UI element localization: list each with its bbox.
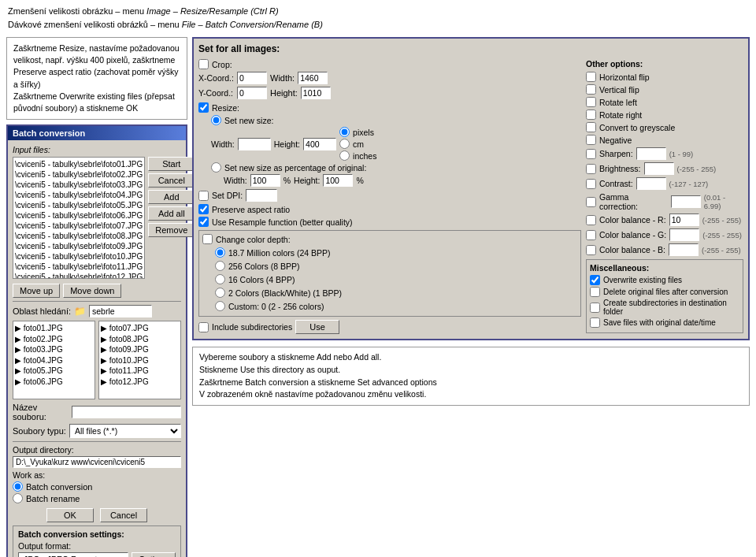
rotate-right-checkbox[interactable] [586, 110, 596, 120]
gamma-input[interactable] [671, 195, 701, 208]
color-option-4[interactable]: Custom: 0 (2 - 256 colors) [215, 301, 577, 311]
color-g-checkbox[interactable] [586, 230, 596, 240]
color-option-3[interactable]: 2 Colors (Black/White) (1 BPP) [215, 288, 577, 298]
list-item[interactable]: \cviceni5 - tabulky\sebrle\foto02.JPG [15, 169, 143, 180]
gamma-checkbox[interactable] [586, 197, 596, 207]
list-item[interactable]: \cviceni5 - tabulky\sebrle\foto12.JPG [15, 272, 143, 279]
list-item[interactable]: \cviceni5 - tabulky\sebrle\foto08.JPG [15, 231, 143, 241]
color-b-checkbox[interactable] [586, 245, 596, 255]
list-item[interactable]: ▶ foto10.JPG [101, 355, 179, 366]
move-up-button[interactable]: Move up [13, 284, 60, 298]
horizontal-flip-label: Horizontal flip [599, 72, 650, 82]
list-item[interactable]: ▶ foto11.JPG [101, 366, 179, 377]
use-button[interactable]: Use [295, 320, 339, 334]
search-input[interactable] [89, 305, 152, 317]
y-coord-label: Y-Coord.: [198, 88, 234, 98]
left-panel: Zaškrtneme Resize, nastavíme požadovanou… [6, 37, 187, 557]
convert-greyscale-checkbox[interactable] [586, 122, 596, 132]
list-item[interactable]: ▶ foto09.JPG [101, 344, 179, 355]
list-item[interactable]: ▶ foto06.JPG [15, 377, 93, 388]
width-input[interactable] [298, 72, 328, 84]
resample-checkbox[interactable] [198, 217, 209, 227]
options-button[interactable]: Options [132, 552, 176, 557]
ok-cancel-row: OK Cancel [13, 508, 181, 522]
workas-batch-rename[interactable]: Batch rename [13, 493, 181, 503]
list-item[interactable]: ▶ foto03.JPG [15, 344, 93, 355]
dpi-input[interactable] [246, 189, 277, 202]
list-item[interactable]: ▶ foto07.JPG [101, 323, 179, 334]
resize-options: Set new size: Width: Height: pixels [211, 115, 581, 187]
vertical-flip-checkbox[interactable] [586, 84, 596, 95]
list-item[interactable]: \cviceni5 - tabulky\sebrle\foto11.JPG [15, 262, 143, 272]
percent-w-input[interactable] [250, 174, 280, 187]
list-item[interactable]: ▶ foto02.JPG [15, 334, 93, 345]
list-item[interactable]: \cviceni5 - tabulky\sebrle\foto06.JPG [15, 210, 143, 221]
width-size-input[interactable] [238, 138, 271, 150]
add-button[interactable]: Add [148, 190, 195, 204]
annotation-box-2: Vybereme soubory a stiskneme Add nebo Ad… [192, 347, 750, 406]
subdirs-checkbox[interactable] [198, 322, 209, 332]
sharpen-input[interactable] [636, 147, 666, 160]
list-item[interactable]: \cviceni5 - tabulky\sebrle\foto10.JPG [15, 251, 143, 262]
found-list-1[interactable]: ▶ foto01.JPG▶ foto02.JPG▶ foto03.JPG▶ fo… [13, 321, 95, 399]
height-size-input[interactable] [303, 138, 336, 150]
cancel2-button[interactable]: Cancel [100, 508, 147, 522]
color-r-input[interactable] [669, 214, 699, 226]
height-input[interactable] [301, 87, 331, 99]
cancel-button[interactable]: Cancel [148, 173, 195, 188]
brightness-checkbox[interactable] [586, 164, 596, 174]
list-item[interactable]: \cviceni5 - tabulky\sebrle\foto01.JPG [15, 159, 143, 169]
subdirs-row: Include subdirectories Use [198, 320, 581, 334]
list-item[interactable]: ▶ foto12.JPG [101, 377, 179, 388]
color-option-0[interactable]: 18.7 Million colors (24 BPP) [215, 247, 577, 258]
output-dir-input[interactable] [13, 456, 181, 468]
color-option-1[interactable]: 256 Colors (8 BPP) [215, 261, 577, 271]
list-item[interactable]: \cviceni5 - tabulky\sebrle\foto07.JPG [15, 221, 143, 231]
set-percent-radio[interactable]: Set new size as percentage of original: [211, 162, 581, 173]
set-new-size-radio[interactable]: Set new size: [211, 115, 581, 125]
brightness-input[interactable] [644, 162, 674, 175]
list-item[interactable]: ▶ foto01.JPG [15, 323, 93, 334]
x-coord-input[interactable] [237, 72, 267, 84]
negative-checkbox[interactable] [586, 135, 596, 145]
format-select[interactable]: JPG - JPEG Format [18, 552, 128, 557]
start-button[interactable]: Start [148, 157, 195, 171]
add-all-button[interactable]: Add all [148, 206, 195, 221]
horizontal-flip-checkbox[interactable] [586, 72, 596, 82]
percent-h-input[interactable] [323, 174, 353, 187]
misc-option-row: Create subdirectories in destination fol… [590, 299, 739, 316]
color-option-2[interactable]: 16 Colors (4 BPP) [215, 274, 577, 284]
ok-button[interactable]: OK [46, 508, 94, 522]
resize-checkbox[interactable] [198, 102, 209, 113]
color-g-input[interactable] [669, 228, 699, 241]
list-item[interactable]: ▶ foto05.JPG [15, 366, 93, 377]
list-item[interactable]: \cviceni5 - tabulky\sebrle\foto09.JPG [15, 241, 143, 251]
color-depth-checkbox[interactable] [202, 234, 213, 244]
list-item[interactable]: \cviceni5 - tabulky\sebrle\foto04.JPG [15, 190, 143, 200]
remove-button[interactable]: Remove [148, 223, 195, 237]
found-list-2[interactable]: ▶ foto07.JPG▶ foto08.JPG▶ foto09.JPG▶ fo… [98, 321, 181, 399]
preserve-checkbox[interactable] [198, 204, 209, 214]
y-coord-input[interactable] [237, 87, 267, 99]
percent-inputs: Width: % Height: % [224, 174, 581, 187]
sharpen-checkbox[interactable] [586, 149, 596, 159]
contrast-input[interactable] [636, 177, 666, 190]
list-item[interactable]: ▶ foto04.JPG [15, 355, 93, 366]
rotate-right-label: Rotate right [599, 110, 642, 120]
move-down-button[interactable]: Move down [63, 284, 121, 298]
workas-batch-conversion[interactable]: Batch conversion [13, 481, 181, 492]
contrast-checkbox[interactable] [586, 179, 596, 189]
list-item[interactable]: \cviceni5 - tabulky\sebrle\foto03.JPG [15, 180, 143, 190]
rotate-left-checkbox[interactable] [586, 97, 596, 107]
crop-checkbox[interactable] [198, 59, 209, 69]
dpi-checkbox[interactable] [198, 191, 209, 201]
filename-input[interactable] [72, 406, 181, 418]
file-list-box[interactable]: \cviceni5 - tabulky\sebrle\foto01.JPG\cv… [13, 157, 145, 279]
annotation-text-2: Vybereme soubory a stiskneme Add nebo Ad… [199, 352, 437, 399]
filetype-select[interactable]: All files (*.*) [69, 424, 181, 438]
list-item[interactable]: ▶ foto08.JPG [101, 334, 179, 345]
rotate-left-label: Rotate left [599, 98, 637, 107]
list-item[interactable]: \cviceni5 - tabulky\sebrle\foto05.JPG [15, 200, 143, 210]
color-b-input[interactable] [669, 243, 699, 256]
color-r-checkbox[interactable] [586, 215, 596, 225]
